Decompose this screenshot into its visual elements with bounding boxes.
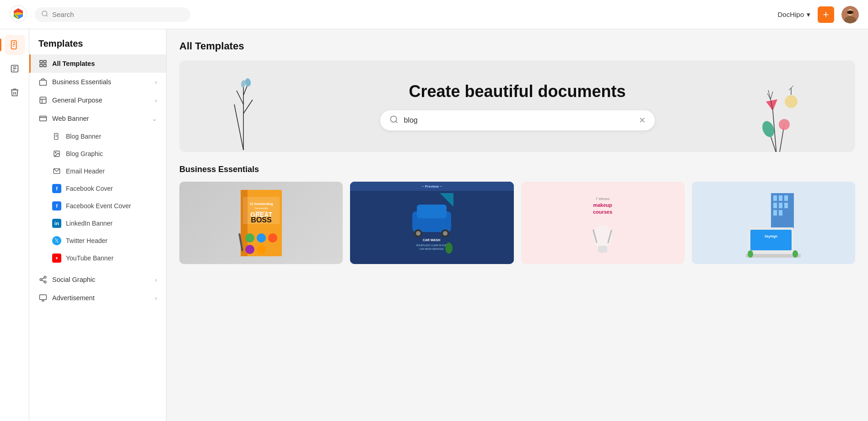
svg-rect-106: [784, 203, 788, 208]
sidebar-sub-youtube-banner[interactable]: YouTube Banner: [29, 249, 166, 267]
svg-point-35: [44, 281, 46, 283]
svg-line-2: [46, 15, 48, 16]
svg-point-34: [40, 279, 42, 281]
svg-point-63: [390, 116, 396, 122]
sidebar-sub-twitter-header[interactable]: 𝕏 Twitter Header: [29, 232, 166, 249]
svg-point-86: [443, 231, 447, 236]
sidebar-sub-linkedin-banner[interactable]: in LinkedIn Banner: [29, 215, 166, 232]
svg-text:12 Outstanding: 12 Outstanding: [249, 202, 273, 206]
ad-icon: [38, 293, 48, 302]
sidebar-sub-facebook-event-cover[interactable]: f Facebook Event Cover: [29, 197, 166, 215]
template-card-4[interactable]: SkyHigh: [692, 182, 855, 264]
top-header: DocHipo ▾ +: [0, 0, 868, 29]
grid-icon: [38, 59, 48, 68]
avatar[interactable]: [841, 6, 859, 23]
svg-rect-104: [773, 203, 777, 208]
social-icon: [38, 275, 48, 284]
template-card-3[interactable]: 7 Weeks makeup courses: [521, 182, 685, 264]
search-input[interactable]: [52, 11, 184, 18]
svg-point-7: [847, 11, 853, 14]
svg-rect-111: [746, 254, 801, 258]
logo[interactable]: [9, 5, 35, 25]
svg-text:DOUBTLESS CLEAN IN OUR: DOUBTLESS CLEAN IN OUR: [416, 244, 447, 247]
svg-text:7 Weeks: 7 Weeks: [595, 197, 609, 201]
icon-bar-documents[interactable]: [5, 35, 25, 55]
sidebar-item-general-purpose-label: General Purpose: [52, 97, 102, 104]
youtube-icon: [52, 254, 61, 263]
sidebar-sub-twitter-header-label: Twitter Header: [66, 237, 108, 244]
template-card-1[interactable]: 12 Outstanding Personality Traits of a G…: [179, 182, 343, 264]
svg-point-84: [416, 231, 421, 236]
svg-point-76: [245, 245, 254, 254]
svg-point-60: [785, 95, 798, 108]
svg-rect-38: [40, 295, 47, 300]
svg-point-30: [55, 152, 56, 153]
svg-rect-18: [40, 65, 42, 67]
web-icon: [38, 114, 48, 123]
briefcase-icon: [38, 77, 48, 86]
cards-grid: 12 Outstanding Personality Traits of a G…: [179, 182, 855, 264]
svg-line-58: [771, 92, 773, 99]
sidebar-sub-blog-graphic[interactable]: Blog Graphic: [29, 145, 166, 162]
main-layout: Templates All Templates Business Essenti…: [0, 29, 868, 421]
hero-search-bar[interactable]: ✕: [380, 110, 655, 130]
facebook-event-icon: f: [52, 201, 61, 210]
chevron-right-icon: ›: [155, 79, 157, 86]
svg-line-36: [42, 280, 44, 281]
icon-bar-notes[interactable]: [5, 59, 25, 79]
sidebar-sub-facebook-cover[interactable]: f Facebook Cover: [29, 180, 166, 197]
sidebar-item-business-essentials-label: Business Essentials: [52, 78, 111, 86]
sidebar-sub-linkedin-banner-label: LinkedIn Banner: [66, 220, 113, 227]
icon-bar-trash[interactable]: [5, 82, 25, 103]
sidebar-item-social-graphic-label: Social Graphic: [52, 276, 95, 283]
twitter-icon: 𝕏: [52, 236, 61, 245]
svg-rect-103: [784, 195, 788, 201]
svg-point-75: [268, 233, 277, 243]
hero-search-clear[interactable]: ✕: [639, 115, 646, 125]
dochipo-menu[interactable]: DocHipo ▾: [777, 11, 810, 19]
svg-line-64: [395, 121, 397, 123]
svg-text:SkyHigh: SkyHigh: [765, 235, 777, 238]
hero-center: Create beautiful documents ✕: [380, 82, 655, 130]
svg-rect-16: [40, 60, 42, 63]
chevron-right-icon-3: ›: [155, 276, 157, 283]
sidebar-sub-email-header[interactable]: Email Header: [29, 162, 166, 180]
chevron-down-icon: ⌄: [152, 115, 157, 122]
deco-left-plant: [216, 60, 271, 152]
svg-rect-102: [779, 195, 782, 201]
svg-point-73: [245, 233, 254, 243]
hero-search-input[interactable]: [404, 116, 633, 124]
svg-rect-110: [750, 230, 792, 250]
search-icon: [41, 10, 49, 19]
icon-bar: [0, 29, 29, 421]
sidebar-item-social-graphic[interactable]: Social Graphic ›: [29, 270, 166, 289]
svg-text:CAR WASH: CAR WASH: [423, 238, 440, 242]
svg-text:BOSS: BOSS: [251, 216, 272, 224]
main-content: All Templates: [167, 29, 868, 421]
svg-point-113: [748, 250, 753, 258]
svg-marker-32: [56, 257, 58, 259]
sidebar-sub-blog-graphic-label: Blog Graphic: [66, 150, 103, 157]
section-title-business-essentials: Business Essentials: [179, 165, 855, 174]
create-button[interactable]: +: [818, 6, 834, 23]
svg-text:CAR WASH SERVICES: CAR WASH SERVICES: [420, 248, 444, 250]
svg-point-114: [793, 250, 798, 258]
svg-rect-19: [44, 65, 46, 67]
sidebar-sub-blog-banner-label: Blog Banner: [66, 133, 101, 140]
chevron-right-icon-2: ›: [155, 97, 157, 104]
sidebar-item-advertisement[interactable]: Advertisement ›: [29, 289, 166, 307]
sidebar-sub-blog-banner[interactable]: Blog Banner: [29, 128, 166, 145]
sidebar-item-all-templates[interactable]: All Templates: [29, 54, 166, 73]
chevron-right-icon-4: ›: [155, 295, 157, 302]
sidebar-item-business-essentials[interactable]: Business Essentials ›: [29, 73, 166, 91]
doc-icon: [52, 132, 61, 141]
sidebar-item-web-banner[interactable]: Web Banner ⌄: [29, 109, 166, 128]
search-bar[interactable]: [35, 7, 190, 22]
sidebar-item-general-purpose[interactable]: General Purpose ›: [29, 91, 166, 109]
svg-line-59: [767, 93, 771, 99]
svg-rect-82: [417, 205, 447, 218]
header-right: DocHipo ▾ +: [777, 6, 859, 23]
template-card-2[interactable]: ~ Preview ~ CAR WASH: [350, 182, 513, 264]
svg-text:Personality: Personality: [254, 207, 268, 210]
svg-rect-107: [773, 210, 777, 216]
